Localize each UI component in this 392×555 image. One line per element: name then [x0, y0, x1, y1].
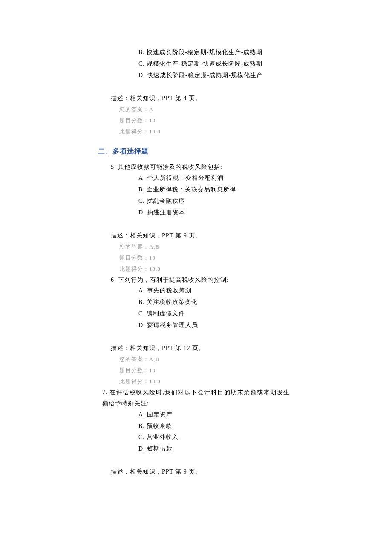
q7-description: 描述：相关知识，PPT 第 9 页。: [111, 466, 281, 477]
q6-got: 此题得分：10.0: [119, 376, 281, 387]
q6-your-answer: 您的答案：A,B: [119, 354, 281, 365]
q7-options: A. 固定资产 B. 预收账款 C. 营业外收入 D. 短期借款: [138, 409, 392, 455]
q7-option-c: C. 营业外收入: [138, 432, 392, 443]
q7-option-d: D. 短期借款: [138, 443, 392, 454]
q6-option-c: C. 编制虚假文件: [138, 308, 392, 319]
q6-option-a: A. 事先的税收筹划: [138, 285, 392, 296]
q6-stem: 6. 下列行为，有利于提高税收风险的控制:: [111, 275, 281, 286]
q4-option-d: D. 快速成长阶段-稳定期-成熟期-规模化生产: [138, 70, 392, 81]
q7-option-b: B. 预收账款: [138, 421, 392, 432]
q6-option-b: B. 关注税收政策变化: [138, 297, 392, 308]
q7-stem-line2: 额给予特别关注:: [102, 398, 281, 409]
q5-option-b: B. 企业所得税：关联交易利息所得: [138, 184, 392, 195]
q4-score: 题目分数：10: [119, 115, 281, 126]
q5-option-d: D. 抽逃注册资本: [138, 207, 392, 218]
q4-option-c: C. 规模化生产-稳定期-快速成长阶段-成熟期: [138, 58, 392, 69]
q4-description: 描述：相关知识，PPT 第 4 页。: [111, 93, 281, 104]
section-2-heading: 二、多项选择题: [98, 145, 392, 158]
q6-score: 题目分数：10: [119, 365, 281, 376]
q5-got: 此题得分：10.0: [119, 263, 281, 275]
q5-option-a: A. 个人所得税：变相分配利润: [138, 173, 392, 184]
q4-your-answer: 您的答案：A: [119, 104, 281, 115]
q5-your-answer: 您的答案：A,B: [119, 241, 281, 252]
q5-description: 描述：相关知识，PPT 第 9 页。: [111, 230, 281, 241]
q6-option-d: D. 宴请税务管理人员: [138, 320, 392, 331]
q6-options: A. 事先的税收筹划 B. 关注税收政策变化 C. 编制虚假文件 D. 宴请税务…: [138, 285, 392, 331]
q5-score: 题目分数：10: [119, 252, 281, 263]
q4-option-b: B. 快速成长阶段-稳定期-规模化生产-成熟期: [138, 47, 392, 58]
q7-stem-line1: 7. 在评估税收风险时,我们对以下会计科目的期末余额或本期发生: [102, 387, 290, 398]
q5-options: A. 个人所得税：变相分配利润 B. 企业所得税：关联交易利息所得 C. 扰乱金…: [138, 173, 392, 218]
q4-options-partial: B. 快速成长阶段-稳定期-规模化生产-成熟期 C. 规模化生产-稳定期-快速成…: [138, 47, 392, 81]
q7-option-a: A. 固定资产: [138, 409, 392, 420]
q5-option-c: C. 扰乱金融秩序: [138, 196, 392, 207]
q4-got: 此题得分：10.0: [119, 126, 281, 137]
q6-description: 描述：相关知识，PPT 第 12 页。: [111, 343, 281, 354]
q5-stem: 5. 其他应收款可能涉及的税收风险包括:: [111, 162, 281, 173]
